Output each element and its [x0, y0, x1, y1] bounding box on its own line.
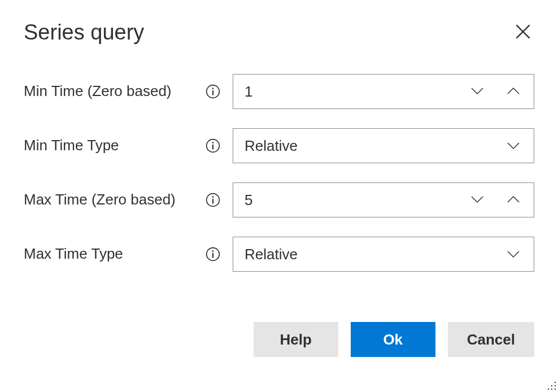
svg-rect-4: [212, 90, 213, 95]
chevron-up-icon: [507, 87, 520, 97]
max-time-type-dropdown[interactable]: Relative: [233, 237, 534, 272]
cancel-button[interactable]: Cancel: [448, 322, 534, 357]
dropdown-value: Relative: [233, 246, 507, 263]
svg-rect-13: [212, 253, 213, 258]
min-time-type-row: Min Time Type Relative: [24, 128, 534, 163]
svg-point-12: [212, 250, 214, 252]
svg-rect-16: [551, 385, 552, 386]
svg-point-9: [212, 196, 214, 198]
form-rows: Min Time (Zero based): [24, 74, 534, 272]
min-time-type-label: Min Time Type: [24, 137, 119, 154]
control-area: Relative: [233, 237, 534, 272]
control-area: Relative: [233, 128, 534, 163]
svg-rect-17: [555, 389, 556, 390]
max-time-row: Max Time (Zero based): [24, 182, 534, 217]
info-icon[interactable]: [206, 84, 220, 99]
control-area: [233, 182, 534, 217]
dialog-footer: Help Ok Cancel: [254, 322, 534, 357]
max-time-type-label: Max Time Type: [24, 245, 123, 263]
series-query-dialog: Series query Min Time (Zero based): [0, 0, 558, 392]
info-icon[interactable]: [206, 247, 220, 262]
dialog-header: Series query: [24, 20, 534, 45]
min-time-input[interactable]: [233, 75, 470, 108]
min-time-spinner: [233, 74, 534, 109]
label-area: Min Time (Zero based): [24, 82, 233, 100]
min-time-type-dropdown[interactable]: Relative: [233, 128, 534, 163]
ok-button[interactable]: Ok: [351, 322, 435, 357]
svg-rect-15: [555, 385, 556, 386]
max-time-label: Max Time (Zero based): [24, 191, 176, 208]
min-time-label: Min Time (Zero based): [24, 82, 172, 100]
info-icon[interactable]: [206, 193, 220, 207]
label-area: Max Time Type: [24, 245, 233, 263]
min-time-row: Min Time (Zero based): [24, 74, 534, 109]
spinner-buttons: [470, 75, 534, 108]
svg-point-6: [212, 142, 214, 143]
svg-rect-7: [212, 145, 213, 150]
svg-rect-18: [551, 389, 552, 390]
resize-grip-icon: [547, 383, 557, 392]
max-time-increment[interactable]: [507, 193, 520, 207]
dialog-title: Series query: [24, 20, 144, 45]
label-area: Max Time (Zero based): [24, 191, 233, 208]
close-icon: [515, 24, 531, 41]
chevron-down-icon: [471, 195, 483, 205]
chevron-up-icon: [507, 195, 520, 205]
svg-rect-14: [555, 382, 556, 383]
max-time-input[interactable]: [233, 183, 470, 217]
svg-rect-10: [212, 199, 213, 204]
close-button[interactable]: [512, 21, 534, 44]
min-time-increment[interactable]: [507, 85, 520, 98]
label-area: Min Time Type: [24, 137, 233, 154]
help-button[interactable]: Help: [254, 322, 338, 357]
max-time-spinner: [233, 182, 534, 217]
svg-rect-19: [548, 389, 549, 390]
svg-point-3: [212, 88, 214, 89]
max-time-decrement[interactable]: [470, 193, 484, 207]
dropdown-value: Relative: [233, 137, 507, 155]
min-time-decrement[interactable]: [470, 85, 484, 98]
chevron-down-icon: [507, 247, 520, 261]
spinner-buttons: [470, 183, 534, 217]
info-icon[interactable]: [206, 138, 220, 153]
control-area: [233, 74, 534, 109]
resize-handle[interactable]: [547, 381, 557, 391]
chevron-down-icon: [471, 87, 483, 97]
chevron-down-icon: [507, 139, 520, 153]
max-time-type-row: Max Time Type Relative: [24, 237, 534, 272]
